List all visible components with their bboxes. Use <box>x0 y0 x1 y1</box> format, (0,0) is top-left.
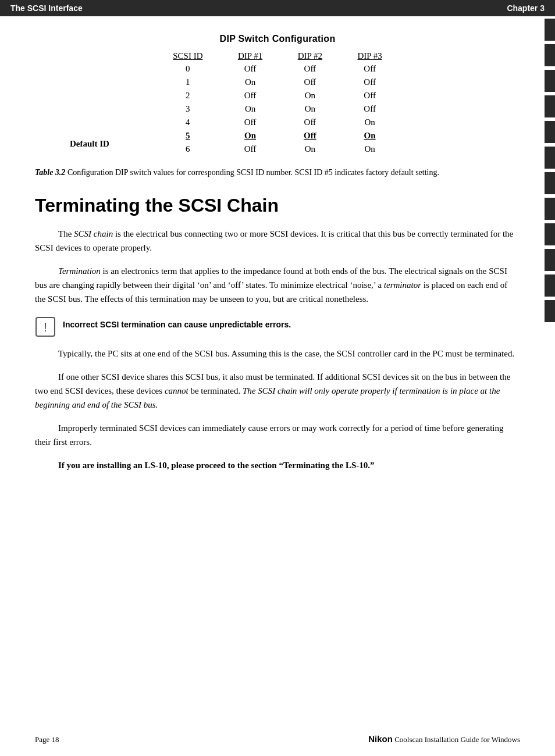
para-bold: If you are installing an LS-10, please p… <box>35 458 520 472</box>
footer-subtitle: Coolscan Installation Guide for Windows <box>393 735 520 744</box>
cell-dip1: On <box>220 76 280 89</box>
cell-dip2: Off <box>280 116 340 129</box>
table-title: DIP Switch Configuration <box>220 34 336 44</box>
table-row: 5OnOffOn <box>155 129 400 142</box>
cell-dip1: Off <box>220 62 280 76</box>
col-dip2: DIP #2 <box>280 50 340 62</box>
cell-dip1: On <box>220 129 280 142</box>
table-row: 1OnOffOff <box>155 76 400 89</box>
cell-dip3: On <box>340 142 400 156</box>
footer-page: Page 18 <box>35 735 59 744</box>
footer-brand: Nikon <box>368 734 393 744</box>
col-scsi-id: SCSI ID <box>155 50 220 62</box>
table-section: DIP Switch Configuration Default ID SCSI… <box>35 34 520 156</box>
cell-dip3: Off <box>340 89 400 102</box>
cell-scsi-id: 1 <box>155 76 220 89</box>
cell-dip2: Off <box>280 76 340 89</box>
header-left: The SCSI Interface <box>10 3 83 13</box>
table-caption-label: Table 3.2 <box>35 168 65 177</box>
cell-scsi-id: 2 <box>155 89 220 102</box>
cell-dip1: Off <box>220 116 280 129</box>
table-row: 6OffOnOn <box>155 142 400 156</box>
table-header-row: SCSI ID DIP #1 DIP #2 DIP #3 <box>155 50 400 62</box>
cell-scsi-id: 0 <box>155 62 220 76</box>
header-right: Chapter 3 <box>507 3 545 13</box>
cell-scsi-id: 3 <box>155 102 220 116</box>
para-3: Typically, the PC sits at one end of the… <box>35 347 520 361</box>
warning-box: ! Incorrect SCSI termination can cause u… <box>35 315 520 337</box>
table-wrapper: Default ID SCSI ID DIP #1 DIP #2 DIP #3 … <box>35 50 520 156</box>
cell-dip2: On <box>280 89 340 102</box>
italic-scsi-chain: SCSI chain <box>74 229 113 238</box>
cell-dip3: On <box>340 116 400 129</box>
section-heading: Terminating the SCSI Chain <box>35 195 520 216</box>
svg-text:!: ! <box>44 320 47 334</box>
footer-right: Nikon Coolscan Installation Guide for Wi… <box>368 734 520 744</box>
warning-text: Incorrect SCSI termination can cause unp… <box>63 315 291 331</box>
dip-table: SCSI ID DIP #1 DIP #2 DIP #3 0OffOffOff1… <box>155 50 400 156</box>
cell-scsi-id: 5 <box>155 129 220 142</box>
cell-scsi-id: 4 <box>155 116 220 129</box>
cell-dip1: On <box>220 102 280 116</box>
para-5: Improperly terminated SCSI devices can i… <box>35 421 520 449</box>
italic-chain-sentence: The SCSI chain will only operate properl… <box>35 386 500 409</box>
cell-dip1: Off <box>220 142 280 156</box>
table-row: 4OffOffOn <box>155 116 400 129</box>
italic-terminator: terminator <box>384 280 421 290</box>
cell-dip3: Off <box>340 62 400 76</box>
cell-dip2: Off <box>280 129 340 142</box>
table-row: 0OffOffOff <box>155 62 400 76</box>
table-caption-text: Configuration DIP switch values for corr… <box>65 168 439 177</box>
cell-dip3: Off <box>340 102 400 116</box>
table-caption: Table 3.2 Configuration DIP switch value… <box>35 166 489 179</box>
footer: Page 18 Nikon Coolscan Installation Guid… <box>35 734 520 744</box>
italic-cannot: cannot <box>165 386 188 395</box>
para-2: Termination is an electronics term that … <box>35 264 520 306</box>
table-row: 3OnOnOff <box>155 102 400 116</box>
warning-icon: ! <box>35 316 56 337</box>
para-1: The SCSI chain is the electrical bus con… <box>35 227 520 255</box>
cell-dip3: Off <box>340 76 400 89</box>
col-dip1: DIP #1 <box>220 50 280 62</box>
cell-scsi-id: 6 <box>155 142 220 156</box>
cell-dip2: On <box>280 142 340 156</box>
col-dip3: DIP #3 <box>340 50 400 62</box>
cell-dip2: Off <box>280 62 340 76</box>
bold-text: If you are installing an LS-10, please p… <box>58 461 375 470</box>
main-content: DIP Switch Configuration Default ID SCSI… <box>0 16 555 505</box>
italic-termination: Termination <box>58 266 101 276</box>
table-row: 2OffOnOff <box>155 89 400 102</box>
cell-dip2: On <box>280 102 340 116</box>
header-bar: The SCSI Interface Chapter 3 <box>0 0 555 16</box>
cell-dip3: On <box>340 129 400 142</box>
default-id-label: Default ID <box>70 140 109 148</box>
para-4: If one other SCSI device shares this SCS… <box>35 370 520 412</box>
cell-dip1: Off <box>220 89 280 102</box>
